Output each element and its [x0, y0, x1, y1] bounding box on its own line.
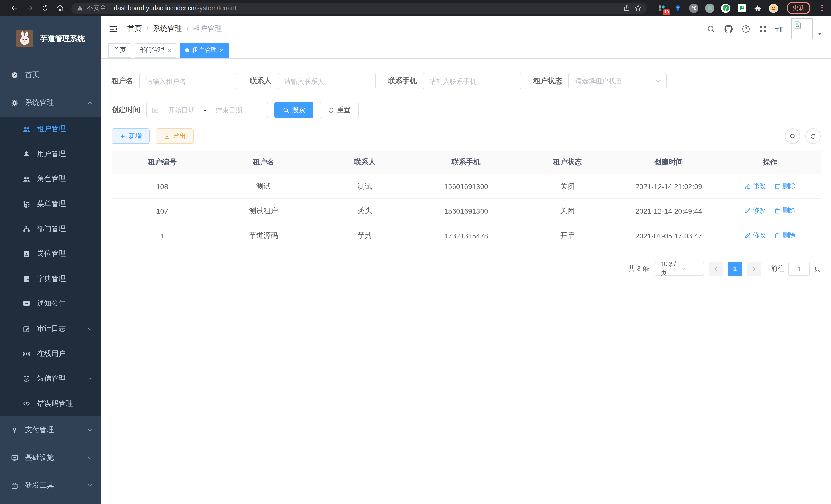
- sidebar-item-label: 首页: [25, 70, 39, 80]
- cell-name: 测试租户: [213, 199, 314, 223]
- breadcrumb-separator: /: [187, 25, 189, 33]
- extensions-puzzle-icon[interactable]: [753, 3, 762, 12]
- sidebar-item-infrastructure[interactable]: 基础设施: [0, 444, 101, 472]
- page-size-select[interactable]: 10条/页: [655, 262, 704, 276]
- sidebar-item-label: 通知公告: [37, 299, 66, 308]
- sidebar-item-dept[interactable]: 部门管理: [0, 216, 101, 241]
- delete-link[interactable]: 删除: [774, 182, 796, 191]
- current-page-button[interactable]: 1: [728, 262, 742, 276]
- create-time-label: 创建时间: [112, 105, 140, 115]
- close-icon[interactable]: ×: [168, 47, 171, 53]
- search-icon[interactable]: [706, 24, 715, 33]
- sidebar-item-role[interactable]: 角色管理: [0, 167, 101, 191]
- post-badge-icon: [23, 250, 30, 258]
- tenant-name-input[interactable]: [139, 73, 237, 89]
- cell-created: 2021-12-14 21:02:09: [618, 174, 719, 199]
- extension-dot-icon[interactable]: [705, 3, 714, 12]
- create-time-range-picker[interactable]: -: [146, 102, 268, 118]
- sidebar-item-label: 用户管理: [37, 149, 66, 159]
- sidebar-item-dict[interactable]: 字典管理: [0, 266, 101, 291]
- sidebar-item-error-code[interactable]: 错误码管理: [0, 391, 101, 416]
- extension-chat-icon[interactable]: [737, 3, 746, 12]
- export-button[interactable]: 导出: [156, 128, 194, 144]
- delete-link[interactable]: 删除: [774, 231, 796, 240]
- refresh-table-button[interactable]: [805, 128, 821, 144]
- goto-page-input[interactable]: [789, 262, 810, 276]
- github-icon[interactable]: [723, 24, 733, 34]
- breadcrumb-system[interactable]: 系统管理: [153, 24, 182, 33]
- cell-contact: 秃头: [314, 199, 416, 223]
- end-date-input[interactable]: [208, 106, 250, 114]
- tag-label: 首页: [114, 46, 126, 55]
- search-button[interactable]: 搜索: [275, 102, 314, 118]
- sidebar-item-label: 错误码管理: [37, 399, 73, 409]
- edit-link[interactable]: 修改: [744, 182, 766, 191]
- extension-command-icon[interactable]: [689, 3, 698, 12]
- help-icon[interactable]: [741, 24, 750, 33]
- sidebar-item-label: 部门管理: [37, 224, 66, 234]
- chevron-down-icon: [680, 266, 700, 271]
- sidebar-item-online-user[interactable]: 在线用户: [0, 342, 101, 366]
- home-icon[interactable]: [56, 4, 64, 12]
- breadcrumb: 首页 / 系统管理 / 租户管理: [127, 24, 222, 33]
- address-bar[interactable]: 不安全 dashboard.yudao.iocoder.cn/system/te…: [71, 2, 647, 13]
- cell-mobile: 15601691300: [416, 174, 517, 199]
- payment-yen-icon: ¥: [11, 426, 19, 434]
- cell-contact: 芋艿: [314, 223, 416, 248]
- fullscreen-icon[interactable]: [758, 24, 767, 33]
- edit-link[interactable]: 修改: [744, 206, 766, 215]
- app-logo[interactable]: 芋道管理系统: [0, 16, 101, 61]
- online-user-icon: [23, 350, 30, 358]
- mobile-input[interactable]: [423, 73, 521, 89]
- tag-tenant-active[interactable]: 租户管理 ×: [180, 43, 229, 57]
- sidebar-item-notice[interactable]: 通知公告: [0, 291, 101, 316]
- sidebar-item-dev-tools[interactable]: 研发工具: [0, 472, 101, 499]
- sidebar-item-payment[interactable]: ¥ 支付管理: [0, 416, 101, 444]
- sidebar-collapse-icon[interactable]: [109, 24, 118, 34]
- back-icon[interactable]: [10, 4, 19, 12]
- sidebar-item-home[interactable]: 首页: [0, 61, 101, 89]
- next-page-button[interactable]: [747, 262, 761, 276]
- sidebar-item-post[interactable]: 岗位管理: [0, 241, 101, 266]
- cell-actions: 修改 删除: [719, 199, 821, 223]
- forward-icon[interactable]: [26, 4, 34, 12]
- cell-id: 107: [112, 199, 213, 223]
- start-date-input[interactable]: [161, 106, 202, 114]
- prev-page-button[interactable]: [709, 262, 723, 276]
- user-avatar-dropdown[interactable]: [792, 19, 823, 39]
- extension-y-icon[interactable]: y: [721, 3, 730, 12]
- sidebar-item-audit-log[interactable]: 审计日志: [0, 317, 101, 342]
- extension-badge: 10: [663, 9, 670, 14]
- reset-button[interactable]: 重置: [320, 102, 359, 118]
- close-icon[interactable]: ×: [220, 47, 224, 53]
- bookmark-star-icon[interactable]: [634, 4, 642, 12]
- sidebar-item-system[interactable]: 系统管理: [0, 89, 101, 117]
- share-icon[interactable]: [623, 4, 631, 12]
- top-navbar: 首页 / 系统管理 / 租户管理 TT: [101, 16, 831, 42]
- sidebar-submenu-system: 租户管理 用户管理 角色管理 菜单管理: [0, 117, 101, 416]
- pagination: 共 3 条 10条/页 1 前往 页: [112, 262, 821, 276]
- add-button[interactable]: 新增: [112, 128, 149, 144]
- kebab-menu-icon[interactable]: [818, 4, 826, 12]
- cell-status: 关闭: [517, 174, 618, 199]
- tenant-status-select[interactable]: 请选择租户状态: [568, 73, 666, 89]
- sidebar-item-menu[interactable]: 菜单管理: [0, 191, 101, 216]
- extension-emoji-icon[interactable]: [769, 3, 778, 12]
- sidebar-item-user[interactable]: 用户管理: [0, 142, 101, 167]
- tag-home[interactable]: 首页: [109, 43, 131, 57]
- reload-icon[interactable]: [41, 4, 49, 12]
- sidebar-item-tenant[interactable]: 租户管理: [0, 117, 101, 142]
- tag-label: 租户管理: [192, 46, 217, 55]
- extension-gem-icon[interactable]: [673, 3, 683, 12]
- delete-link[interactable]: 删除: [774, 206, 796, 215]
- contact-input[interactable]: [278, 73, 376, 89]
- font-size-icon[interactable]: TT: [775, 24, 783, 33]
- edit-link[interactable]: 修改: [744, 231, 766, 240]
- sidebar-item-label: 基础设施: [25, 453, 54, 463]
- sidebar-item-sms[interactable]: 短信管理: [0, 366, 101, 391]
- extension-tiles-icon[interactable]: 10: [657, 3, 666, 12]
- browser-update-button[interactable]: 更新: [787, 2, 810, 14]
- breadcrumb-home[interactable]: 首页: [127, 24, 142, 33]
- tag-dept[interactable]: 部门管理 ×: [135, 43, 176, 57]
- toggle-search-button[interactable]: [785, 128, 800, 144]
